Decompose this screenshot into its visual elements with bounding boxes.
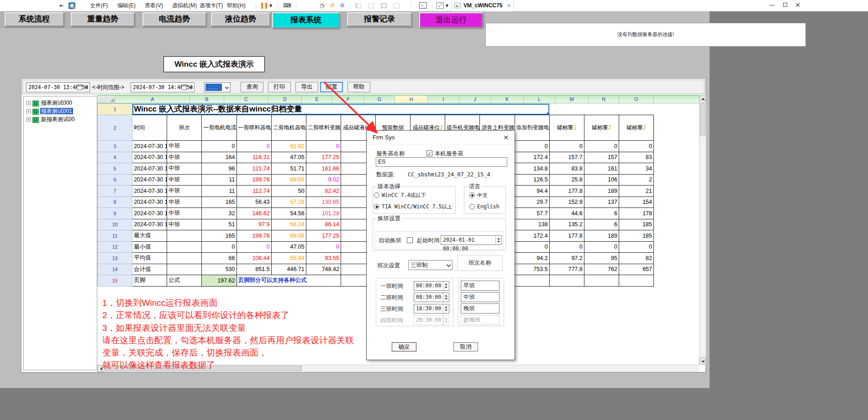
version-option-WinCC 7.4或以下[interactable]: WinCC 7.4或以下 (374, 192, 426, 199)
revert-snapshot-icon[interactable]: ↺ (330, 0, 334, 11)
toolbar-button-帮助[interactable]: 帮助 (347, 82, 370, 92)
vertical-scrollbar[interactable] (699, 95, 706, 365)
data-cell[interactable]: 0 (202, 241, 237, 253)
data-cell[interactable]: 2024-07-30 14:07:53 (132, 197, 167, 208)
shift-name-input-1[interactable]: 早班 (461, 281, 500, 291)
data-cell[interactable]: 165 (202, 230, 237, 242)
row-header-3[interactable]: 3 (98, 141, 132, 152)
data-cell[interactable]: 189 (584, 230, 619, 242)
column-header-F[interactable]: F (332, 96, 364, 103)
data-cell[interactable]: 6 (584, 219, 619, 230)
spinner-icon[interactable] (443, 304, 449, 313)
start-time-picker[interactable]: 2024-07-30 13:40:53 (26, 82, 90, 92)
data-cell[interactable]: 161.66 (306, 163, 341, 175)
data-cell[interactable]: 96 (202, 163, 237, 175)
nav-button-液位趋势[interactable]: 液位趋势 (211, 12, 270, 27)
data-cell[interactable]: 50 (271, 186, 306, 197)
row-header-12[interactable]: 12 (98, 241, 132, 253)
column-header-O[interactable]: O (619, 96, 654, 103)
data-cell[interactable]: 138 (515, 219, 549, 230)
language-option-English[interactable]: English (469, 203, 499, 211)
data-cell[interactable]: 中班 (167, 163, 202, 175)
data-cell[interactable]: 116.31 (237, 152, 271, 163)
scroll-up-button[interactable] (700, 95, 706, 102)
show-thumbnail-bar-icon[interactable] (368, 3, 374, 8)
expand-icon[interactable]: + (26, 101, 31, 105)
column-title-cell[interactable]: 罐称重2 (584, 115, 619, 141)
data-cell[interactable]: 134.8 (515, 163, 549, 175)
data-cell[interactable]: 0 (306, 141, 341, 152)
local-server-checkbox[interactable]: ✓ (426, 150, 432, 156)
data-cell[interactable]: 106.44 (237, 253, 271, 264)
data-cell[interactable]: 101.28 (306, 208, 341, 219)
data-cell[interactable]: 106 (584, 174, 619, 186)
data-cell[interactable]: 137 (584, 197, 619, 208)
menu-item-查看(V)[interactable]: 查看(V) (144, 0, 164, 11)
footer-value-cell[interactable]: 197.62 (202, 275, 237, 287)
data-cell[interactable]: 0 (584, 241, 619, 253)
data-cell[interactable]: 57.28 (271, 197, 306, 208)
column-header-N[interactable]: N (589, 96, 619, 103)
row-header-9[interactable]: 9 (98, 208, 132, 219)
data-cell[interactable]: 2024-07-30 14:09:53 (132, 219, 167, 230)
data-cell[interactable]: 753.5 (515, 264, 549, 275)
data-cell[interactable]: 0 (237, 141, 271, 152)
dialog-close-icon[interactable]: ✕ (502, 133, 510, 142)
data-cell[interactable]: 2024-07-30 14:02:53 (132, 141, 167, 152)
data-cell[interactable]: 合计值 (132, 264, 167, 275)
server-name-input[interactable]: ES (376, 157, 507, 167)
data-cell[interactable]: 0 (619, 141, 653, 152)
virtual-console-icon[interactable]: >_ (419, 2, 427, 9)
shift-time-spinner-2[interactable]: 08:30:00 (414, 292, 449, 302)
data-cell[interactable]: 93.55 (306, 253, 341, 264)
row-header-2[interactable]: 2 (98, 115, 132, 141)
column-title-cell[interactable]: 添加剂变频电流 (515, 115, 549, 141)
data-cell[interactable]: 0 (549, 141, 584, 152)
pause-vm-icon[interactable] (261, 3, 267, 9)
data-cell[interactable]: 最大值 (132, 230, 167, 242)
take-snapshot-icon[interactable]: ◷ (320, 0, 324, 11)
data-cell[interactable]: 中班 (167, 152, 202, 163)
data-cell[interactable]: 748.42 (306, 264, 341, 275)
column-header-K[interactable]: K (491, 96, 524, 103)
column-header-M[interactable]: M (555, 96, 589, 103)
data-cell[interactable]: 777.8 (549, 264, 584, 275)
data-cell[interactable]: 2 (619, 174, 653, 186)
data-cell[interactable]: 中班 (167, 219, 202, 230)
data-cell[interactable]: 185 (619, 219, 653, 230)
version-option-TIA WinCC/WinCC 7.5以上[interactable]: TIA WinCC/WinCC 7.5以上 (374, 203, 452, 211)
data-cell[interactable]: 152.9 (549, 197, 584, 208)
data-cell[interactable]: 126.5 (515, 174, 549, 186)
scroll-down-button[interactable] (700, 357, 706, 365)
data-cell[interactable]: 2024-07-30 14:03:53 (132, 152, 167, 163)
column-title-cell[interactable]: 一剪喂料器电流 (237, 115, 271, 141)
spinner-icon[interactable] (443, 293, 449, 302)
data-cell[interactable]: 0 (515, 141, 549, 152)
data-cell[interactable]: 446.71 (271, 264, 306, 275)
column-title-cell[interactable]: 罐称重1 (549, 115, 584, 141)
data-cell[interactable]: 9.02 (306, 174, 341, 186)
data-cell[interactable]: 86.14 (306, 219, 341, 230)
spinner-icon[interactable] (443, 282, 449, 290)
column-title-cell[interactable]: 罐称重2 (619, 115, 653, 141)
row-header-15[interactable]: 15 (98, 275, 132, 287)
data-cell[interactable]: 199.76 (237, 230, 271, 242)
vm-tab-close-icon[interactable]: ✕ (507, 0, 511, 11)
data-cell[interactable]: 851.5 (237, 264, 271, 275)
shift-time-spinner-3[interactable]: 16:30:00 (414, 304, 449, 314)
data-cell[interactable]: 2024-07-30 14:08:53 (132, 208, 167, 219)
data-cell[interactable]: 177.8 (549, 230, 584, 242)
row-header-13[interactable]: 13 (98, 253, 132, 264)
column-header-B[interactable]: B (190, 96, 224, 103)
data-cell[interactable]: 51.71 (271, 163, 306, 175)
toolbar-button-打印[interactable]: 打印 (268, 82, 291, 92)
menu-item-文件(F)[interactable]: 文件(F) (89, 0, 109, 11)
data-cell[interactable]: 0 (549, 241, 584, 253)
dialog-titlebar[interactable]: Frm Sys ✕ (367, 131, 515, 144)
data-cell[interactable]: 54.56 (271, 208, 306, 219)
column-header-J[interactable]: J (459, 96, 491, 103)
column-header-A[interactable]: A (116, 96, 190, 103)
show-library-icon[interactable] (355, 3, 361, 8)
column-title-cell[interactable]: 班次 (167, 115, 202, 141)
data-cell[interactable]: 94.2 (515, 253, 549, 264)
